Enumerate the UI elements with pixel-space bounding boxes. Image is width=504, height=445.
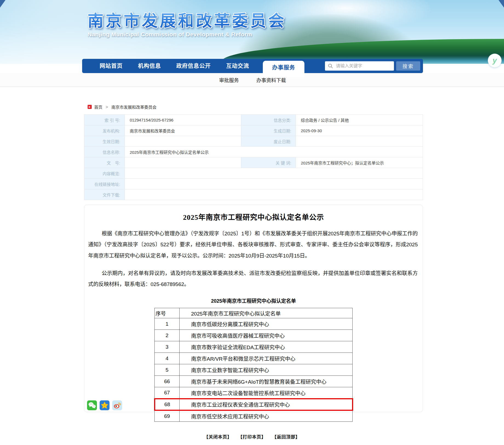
site-subtitle: Nanjing Municipal Commission of Developm… — [88, 31, 286, 38]
row-no: 3 — [155, 341, 180, 353]
site-title: 南京市发展和改革委员会 — [88, 12, 286, 30]
row-no: 69 — [155, 410, 180, 422]
row-name: 南京市AR/VR平台和微显示芯片工程研究中心 — [180, 353, 353, 364]
meta-category-label: 信息分类: — [241, 115, 296, 125]
document-meta-table: 索 引 号: 012947154/2025-67296 信息分类: 综合政务 /… — [84, 114, 423, 200]
row-name: 南京市可吸收高值医疗器械工程研究中心 — [180, 330, 353, 341]
search-button[interactable]: 搜索 — [396, 61, 420, 71]
meta-row: 内容概览: — [84, 168, 423, 179]
meta-docno-label: 文 号: — [84, 157, 125, 168]
row-no: 66 — [155, 376, 180, 387]
breadcrumb-arrow-icon: ▶ — [88, 105, 92, 109]
qzone-share-icon[interactable] — [100, 400, 110, 410]
meta-link-label: 在线链接地址: — [84, 179, 125, 189]
meta-row: 文 号: 关 键 词: 2025年南京市工程研究中心；拟认定名单公示 — [84, 157, 423, 168]
table-row: 1 南京市低碳烃分离膜工程研究中心 — [155, 318, 353, 330]
row-no: 2 — [155, 330, 180, 341]
article-paragraph-2: 公示期内，对名单有异议的，请及时向市发展改革委高技术处、派驻市发改委纪检监察组反… — [88, 268, 418, 290]
meta-row: 索 引 号: 012947154/2025-67296 信息分类: 综合政务 /… — [84, 115, 423, 125]
row-no: 68 — [155, 399, 180, 410]
row-name: 南京市工业过程仪表安全通信工程研究中心 — [180, 399, 353, 410]
article-container: 2025年南京市工程研究中心拟认定名单公示 根据《南京市工程研究中心管理办法》（… — [84, 205, 423, 412]
meta-docno-value — [125, 157, 241, 168]
table-row: 69 南京市低空技术应用工程研究中心 — [155, 410, 353, 422]
meta-effective-label: 生效日期: — [84, 136, 125, 147]
row-name: 南京市低碳烃分离膜工程研究中心 — [180, 318, 353, 330]
meta-name-value: 2025年南京市工程研究中心拟认定名单公示 — [125, 147, 423, 157]
meta-index-value: 012947154/2025-67296 — [125, 115, 241, 125]
header-name: 2025年南京市工程研究中心拟认定名单 — [180, 308, 353, 318]
row-name: 南京市基于未来网络6G+AIoT的智慧教育装备工程研究中心 — [180, 376, 353, 387]
wechat-share-icon[interactable] — [87, 400, 97, 410]
meta-keywords-value: 2025年南京市工程研究中心；拟认定名单公示 — [296, 157, 423, 168]
row-no: 1 — [155, 318, 180, 330]
nav-item-home[interactable]: 网站首页 — [92, 59, 130, 73]
meta-download-value — [125, 189, 423, 200]
article-paragraph-1: 根据《南京市工程研究中心管理办法》（宁发改规字〔2025〕1号）和《市发展改革委… — [88, 228, 418, 261]
meta-repeal-label: 废止日期: — [241, 136, 296, 147]
page-footer: 【关闭本页】 【打印本页】 【返回顶部】 — [0, 433, 504, 440]
meta-repeal-value — [296, 136, 423, 147]
floating-widget-logo: y — [493, 56, 497, 65]
close-page-link[interactable]: 【关闭本页】 — [204, 435, 232, 439]
meta-agency-value: 南京市发展和改革委员会 — [125, 125, 241, 136]
weibo-share-icon[interactable] — [112, 400, 122, 410]
table-header-row: 序号 2025年南京市工程研究中心拟认定名单 — [155, 308, 353, 318]
meta-overview-label: 内容概览: — [84, 168, 125, 179]
nav-item-gov-info[interactable]: 政府信息公开 — [169, 59, 218, 73]
meta-created-value: 2025-09-30 — [296, 125, 423, 136]
meta-row: 在线链接地址: — [84, 179, 423, 189]
row-name: 南京市变电站二次设备智能管控系统工程研究中心 — [180, 387, 353, 399]
row-name: 南京市低空技术应用工程研究中心 — [180, 410, 353, 422]
header-no: 序号 — [155, 308, 180, 318]
print-page-link[interactable]: 【打印本页】 — [238, 435, 266, 439]
back-to-top-link[interactable]: 【返回顶部】 — [272, 435, 300, 439]
floating-service-widget[interactable]: y — [488, 54, 502, 67]
meta-name-label: 信息名称: — [84, 147, 125, 157]
table-row: 66 南京市基于未来网络6G+AIoT的智慧教育装备工程研究中心 — [155, 376, 353, 387]
breadcrumb-separator: > — [106, 105, 108, 109]
meta-download-label: 文件下载: — [84, 189, 125, 200]
table-row: 2 南京市可吸收高值医疗器械工程研究中心 — [155, 330, 353, 341]
breadcrumb-home-link[interactable]: 首页 — [94, 104, 102, 110]
meta-overview-value — [125, 168, 423, 179]
research-center-list-table: 序号 2025年南京市工程研究中心拟认定名单 1 南京市低碳烃分离膜工程研究中心… — [154, 308, 353, 422]
meta-keywords-label: 关 键 词: — [241, 157, 296, 168]
table-row: 5 南京市工业数字智能工程研究中心 — [155, 364, 353, 376]
site-banner: 南京市发展和改革委员会 Nanjing Municipal Commission… — [0, 0, 504, 64]
nav-item-services-active[interactable]: 办事服务 — [263, 61, 304, 77]
share-bar — [87, 400, 122, 410]
banner-corner-right — [499, 0, 504, 8]
meta-created-label: 生成日期: — [241, 125, 296, 136]
meta-link-value — [125, 179, 423, 189]
search-input[interactable] — [325, 61, 394, 71]
row-name: 南京市数字验证全流程EDA工程研究中心 — [180, 341, 353, 353]
article-title: 2025年南京市工程研究中心拟认定名单公示 — [84, 212, 423, 222]
list-table-caption: 2025年南京市工程研究中心拟认定名单 — [84, 297, 423, 304]
subnav-item-materials-download[interactable]: 办事资料下载 — [257, 76, 286, 83]
subnav-item-approval-services[interactable]: 审批服务 — [219, 76, 239, 83]
table-row: 3 南京市数字验证全流程EDA工程研究中心 — [155, 341, 353, 353]
table-row: 4 南京市AR/VR平台和微显示芯片工程研究中心 — [155, 353, 353, 364]
sub-navbar: 审批服务 办事资料下载 — [0, 73, 504, 87]
table-row: 67 南京市变电站二次设备智能管控系统工程研究中心 — [155, 387, 353, 399]
breadcrumb: ▶ 首页 > 南京市发展和改革委员会 — [88, 104, 157, 110]
search-icon — [328, 63, 333, 68]
meta-row: 信息名称: 2025年南京市工程研究中心拟认定名单公示 — [84, 147, 423, 157]
nav-item-org-info[interactable]: 机构信息 — [130, 59, 169, 73]
meta-effective-value — [125, 136, 241, 147]
meta-row: 生效日期: 废止日期: — [84, 136, 423, 147]
row-no: 5 — [155, 364, 180, 376]
breadcrumb-current: 南京市发展和改革委员会 — [111, 104, 157, 110]
table-row-highlighted: 68 南京市工业过程仪表安全通信工程研究中心 — [155, 399, 353, 410]
meta-row: 发布机构: 南京市发展和改革委员会 生成日期: 2025-09-30 — [84, 125, 423, 136]
row-no: 4 — [155, 353, 180, 364]
meta-category-value: 综合政务 / 公示公告 / 其他 — [296, 115, 423, 125]
meta-agency-label: 发布机构: — [84, 125, 125, 136]
meta-row: 文件下载: — [84, 189, 423, 200]
nav-item-interaction[interactable]: 互动交流 — [218, 59, 257, 73]
meta-index-label: 索 引 号: — [84, 115, 125, 125]
row-name: 南京市工业数字智能工程研究中心 — [180, 364, 353, 376]
main-navbar: 网站首页 机构信息 政府信息公开 互动交流 办事服务 搜索 — [82, 59, 423, 73]
row-no: 67 — [155, 387, 180, 399]
